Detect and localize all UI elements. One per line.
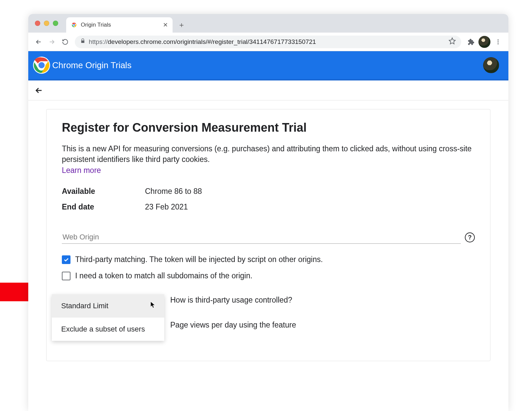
- nav-reload-button[interactable]: [60, 36, 71, 48]
- page-subheader: [28, 80, 508, 100]
- app-title: Chrome Origin Trials: [52, 60, 131, 70]
- chrome-logo-icon: [32, 56, 51, 74]
- window-close-button[interactable]: [35, 21, 40, 26]
- svg-point-4: [497, 39, 498, 40]
- window-minimize-button[interactable]: [44, 21, 49, 26]
- help-icon[interactable]: ?: [465, 232, 475, 242]
- bookmark-star-icon[interactable]: [449, 37, 456, 46]
- browser-window: Origin Trials ✕ ＋ https://developers.chr…: [28, 14, 508, 411]
- browser-toolbar: https://developers.chrome.com/origintria…: [28, 33, 508, 51]
- new-tab-button[interactable]: ＋: [177, 20, 187, 30]
- profile-avatar[interactable]: [478, 36, 490, 48]
- extensions-button[interactable]: [465, 36, 476, 48]
- available-value: Chrome 86 to 88: [145, 187, 202, 196]
- browser-tab[interactable]: Origin Trials ✕: [66, 17, 173, 33]
- subdomains-label: I need a token to match all subdomains o…: [75, 271, 252, 280]
- chrome-favicon-icon: [71, 22, 77, 28]
- learn-more-link[interactable]: Learn more: [62, 166, 101, 175]
- window-maximize-button[interactable]: [53, 21, 58, 26]
- third-party-label: Third-party matching. The token will be …: [75, 255, 323, 264]
- third-party-checkbox-row: Third-party matching. The token will be …: [62, 255, 475, 264]
- subdomains-checkbox[interactable]: [62, 272, 70, 280]
- app-profile-avatar[interactable]: [483, 57, 499, 73]
- nav-forward-button[interactable]: [46, 36, 58, 48]
- tab-close-icon[interactable]: ✕: [163, 21, 168, 29]
- lock-icon: [80, 38, 85, 46]
- usage-question-label: How is third-party usage controlled?: [170, 294, 296, 305]
- web-origin-input[interactable]: [62, 231, 461, 244]
- third-party-checkbox[interactable]: [62, 255, 70, 264]
- subdomains-checkbox-row: I need a token to match all subdomains o…: [62, 271, 475, 280]
- cursor-icon: [150, 301, 156, 311]
- page-description: This is a new API for measuring conversi…: [62, 143, 475, 165]
- browser-tabstrip: Origin Trials ✕ ＋: [28, 14, 508, 33]
- meta-available: Available Chrome 86 to 88: [62, 184, 475, 199]
- meta-end-date: End date 23 Feb 2021: [62, 199, 475, 215]
- page-back-button[interactable]: [32, 84, 46, 97]
- usage-limit-dropdown[interactable]: Standard Limit Exclude a subset of users: [52, 294, 164, 341]
- address-bar[interactable]: https://developers.chrome.com/origintria…: [75, 36, 461, 48]
- page-heading: Register for Conversion Measurement Tria…: [62, 121, 475, 135]
- end-date-value: 23 Feb 2021: [145, 203, 188, 211]
- window-controls: [35, 21, 66, 33]
- dropdown-option-exclude[interactable]: Exclude a subset of users: [52, 318, 164, 341]
- url-text: https://developers.chrome.com/origintria…: [89, 38, 316, 46]
- browser-menu-button[interactable]: [492, 36, 504, 48]
- tab-title: Origin Trials: [81, 22, 160, 28]
- svg-point-6: [497, 43, 498, 44]
- registration-card: Register for Conversion Measurement Tria…: [46, 109, 490, 361]
- available-label: Available: [62, 187, 145, 196]
- svg-point-5: [497, 41, 498, 42]
- app-header: Chrome Origin Trials: [28, 51, 508, 80]
- dropdown-option-standard[interactable]: Standard Limit: [52, 294, 164, 318]
- nav-back-button[interactable]: [33, 36, 44, 48]
- end-date-label: End date: [62, 203, 145, 211]
- pageviews-label: Page views per day using the feature: [170, 321, 296, 330]
